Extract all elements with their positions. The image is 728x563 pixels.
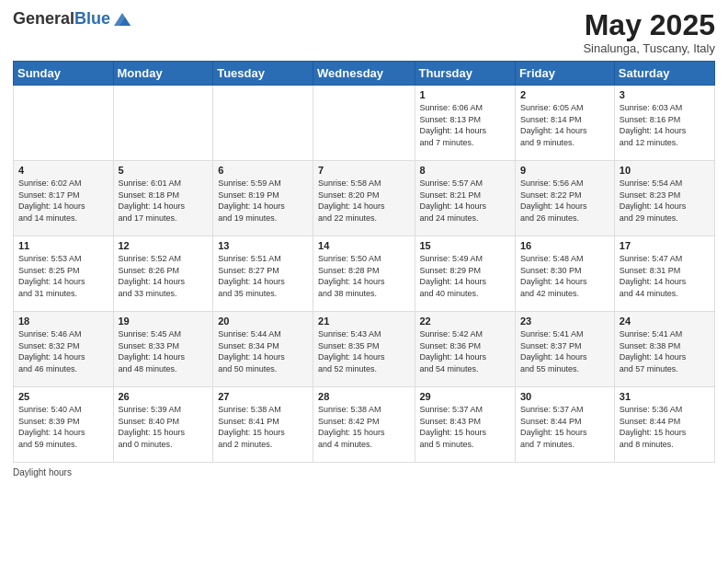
day-number: 18 — [18, 316, 108, 327]
day-info: Sunrise: 5:44 AM Sunset: 8:34 PM Dayligh… — [218, 328, 308, 374]
calendar-cell: 29Sunrise: 5:37 AM Sunset: 8:43 PM Dayli… — [415, 387, 515, 463]
calendar-cell: 6Sunrise: 5:59 AM Sunset: 8:19 PM Daylig… — [213, 161, 313, 236]
calendar-cell: 8Sunrise: 5:57 AM Sunset: 8:21 PM Daylig… — [415, 161, 515, 236]
day-number: 29 — [420, 391, 510, 402]
calendar-table: SundayMondayTuesdayWednesdayThursdayFrid… — [13, 61, 715, 463]
day-info: Sunrise: 6:06 AM Sunset: 8:13 PM Dayligh… — [420, 102, 510, 148]
calendar-cell: 16Sunrise: 5:48 AM Sunset: 8:30 PM Dayli… — [515, 236, 614, 312]
calendar-cell: 19Sunrise: 5:45 AM Sunset: 8:33 PM Dayli… — [113, 312, 213, 387]
day-number: 6 — [218, 165, 308, 176]
calendar-cell: 11Sunrise: 5:53 AM Sunset: 8:25 PM Dayli… — [14, 236, 114, 312]
logo-icon — [112, 9, 132, 29]
weekday-header-saturday: Saturday — [614, 62, 714, 86]
day-info: Sunrise: 5:47 AM Sunset: 8:31 PM Dayligh… — [620, 253, 710, 299]
day-info: Sunrise: 5:57 AM Sunset: 8:21 PM Dayligh… — [420, 178, 510, 224]
logo-blue-text: Blue — [74, 9, 110, 28]
weekday-header-sunday: Sunday — [14, 62, 114, 86]
calendar-cell: 14Sunrise: 5:50 AM Sunset: 8:28 PM Dayli… — [313, 236, 415, 312]
day-number: 15 — [420, 240, 510, 251]
day-info: Sunrise: 5:38 AM Sunset: 8:41 PM Dayligh… — [218, 404, 308, 450]
day-info: Sunrise: 5:51 AM Sunset: 8:27 PM Dayligh… — [218, 253, 308, 299]
day-info: Sunrise: 5:54 AM Sunset: 8:23 PM Dayligh… — [620, 178, 710, 224]
day-info: Sunrise: 5:56 AM Sunset: 8:22 PM Dayligh… — [520, 178, 609, 224]
day-info: Sunrise: 5:38 AM Sunset: 8:42 PM Dayligh… — [318, 404, 409, 450]
calendar-cell: 13Sunrise: 5:51 AM Sunset: 8:27 PM Dayli… — [213, 236, 313, 312]
daylight-label: Daylight hours — [13, 467, 72, 477]
day-info: Sunrise: 6:01 AM Sunset: 8:18 PM Dayligh… — [119, 178, 209, 224]
calendar-cell: 5Sunrise: 6:01 AM Sunset: 8:18 PM Daylig… — [113, 161, 213, 236]
day-number: 1 — [420, 89, 510, 100]
calendar-cell: 21Sunrise: 5:43 AM Sunset: 8:35 PM Dayli… — [313, 312, 415, 387]
weekday-header-friday: Friday — [515, 62, 614, 86]
calendar-cell: 17Sunrise: 5:47 AM Sunset: 8:31 PM Dayli… — [614, 236, 714, 312]
calendar-cell: 30Sunrise: 5:37 AM Sunset: 8:44 PM Dayli… — [515, 387, 614, 463]
day-number: 19 — [119, 316, 209, 327]
day-info: Sunrise: 6:05 AM Sunset: 8:14 PM Dayligh… — [520, 102, 609, 148]
subtitle: Sinalunga, Tuscany, Italy — [583, 41, 715, 55]
footer: Daylight hours — [13, 467, 715, 477]
day-number: 23 — [520, 316, 609, 327]
day-number: 22 — [420, 316, 510, 327]
calendar-cell: 1Sunrise: 6:06 AM Sunset: 8:13 PM Daylig… — [415, 86, 515, 161]
day-info: Sunrise: 5:53 AM Sunset: 8:25 PM Dayligh… — [18, 253, 108, 299]
weekday-header-monday: Monday — [113, 62, 213, 86]
day-info: Sunrise: 5:39 AM Sunset: 8:40 PM Dayligh… — [119, 404, 209, 450]
day-info: Sunrise: 5:59 AM Sunset: 8:19 PM Dayligh… — [218, 178, 308, 224]
day-number: 16 — [520, 240, 609, 251]
calendar-cell — [113, 86, 213, 161]
day-number: 31 — [620, 391, 710, 402]
month-title: May 2025 — [583, 9, 715, 41]
day-info: Sunrise: 6:02 AM Sunset: 8:17 PM Dayligh… — [18, 178, 108, 224]
title-area: May 2025 Sinalunga, Tuscany, Italy — [583, 9, 715, 55]
day-number: 9 — [520, 165, 609, 176]
calendar-cell: 25Sunrise: 5:40 AM Sunset: 8:39 PM Dayli… — [14, 387, 114, 463]
day-number: 21 — [318, 316, 409, 327]
day-info: Sunrise: 5:40 AM Sunset: 8:39 PM Dayligh… — [18, 404, 108, 450]
day-info: Sunrise: 5:49 AM Sunset: 8:29 PM Dayligh… — [420, 253, 510, 299]
week-row-3: 11Sunrise: 5:53 AM Sunset: 8:25 PM Dayli… — [14, 236, 715, 312]
calendar-cell: 7Sunrise: 5:58 AM Sunset: 8:20 PM Daylig… — [313, 161, 415, 236]
day-number: 28 — [318, 391, 409, 402]
day-info: Sunrise: 5:42 AM Sunset: 8:36 PM Dayligh… — [420, 328, 510, 374]
calendar-cell: 27Sunrise: 5:38 AM Sunset: 8:41 PM Dayli… — [213, 387, 313, 463]
day-info: Sunrise: 5:37 AM Sunset: 8:44 PM Dayligh… — [520, 404, 609, 450]
calendar-cell: 12Sunrise: 5:52 AM Sunset: 8:26 PM Dayli… — [113, 236, 213, 312]
week-row-1: 1Sunrise: 6:06 AM Sunset: 8:13 PM Daylig… — [14, 86, 715, 161]
day-info: Sunrise: 5:43 AM Sunset: 8:35 PM Dayligh… — [318, 328, 409, 374]
weekday-header-thursday: Thursday — [415, 62, 515, 86]
logo-general-text: General — [13, 9, 74, 28]
day-number: 26 — [119, 391, 209, 402]
calendar-cell: 10Sunrise: 5:54 AM Sunset: 8:23 PM Dayli… — [614, 161, 714, 236]
calendar-cell: 4Sunrise: 6:02 AM Sunset: 8:17 PM Daylig… — [14, 161, 114, 236]
calendar-cell: 23Sunrise: 5:41 AM Sunset: 8:37 PM Dayli… — [515, 312, 614, 387]
calendar-cell: 31Sunrise: 5:36 AM Sunset: 8:44 PM Dayli… — [614, 387, 714, 463]
day-info: Sunrise: 5:50 AM Sunset: 8:28 PM Dayligh… — [318, 253, 409, 299]
day-number: 3 — [620, 89, 710, 100]
day-number: 12 — [119, 240, 209, 251]
calendar-cell — [313, 86, 415, 161]
day-info: Sunrise: 5:46 AM Sunset: 8:32 PM Dayligh… — [18, 328, 108, 374]
day-number: 7 — [318, 165, 409, 176]
calendar-cell: 28Sunrise: 5:38 AM Sunset: 8:42 PM Dayli… — [313, 387, 415, 463]
calendar-cell — [14, 86, 114, 161]
calendar-cell: 9Sunrise: 5:56 AM Sunset: 8:22 PM Daylig… — [515, 161, 614, 236]
calendar-cell: 20Sunrise: 5:44 AM Sunset: 8:34 PM Dayli… — [213, 312, 313, 387]
day-info: Sunrise: 6:03 AM Sunset: 8:16 PM Dayligh… — [620, 102, 710, 148]
calendar-cell: 15Sunrise: 5:49 AM Sunset: 8:29 PM Dayli… — [415, 236, 515, 312]
week-row-2: 4Sunrise: 6:02 AM Sunset: 8:17 PM Daylig… — [14, 161, 715, 236]
day-info: Sunrise: 5:48 AM Sunset: 8:30 PM Dayligh… — [520, 253, 609, 299]
week-row-5: 25Sunrise: 5:40 AM Sunset: 8:39 PM Dayli… — [14, 387, 715, 463]
week-row-4: 18Sunrise: 5:46 AM Sunset: 8:32 PM Dayli… — [14, 312, 715, 387]
page-container: GeneralBlue May 2025 Sinalunga, Tuscany,… — [0, 0, 728, 487]
day-number: 4 — [18, 165, 108, 176]
day-number: 25 — [18, 391, 108, 402]
weekday-header-tuesday: Tuesday — [213, 62, 313, 86]
weekday-header-wednesday: Wednesday — [313, 62, 415, 86]
weekday-header-row: SundayMondayTuesdayWednesdayThursdayFrid… — [14, 62, 715, 86]
calendar-cell — [213, 86, 313, 161]
day-number: 27 — [218, 391, 308, 402]
calendar-cell: 18Sunrise: 5:46 AM Sunset: 8:32 PM Dayli… — [14, 312, 114, 387]
calendar-cell: 2Sunrise: 6:05 AM Sunset: 8:14 PM Daylig… — [515, 86, 614, 161]
day-number: 14 — [318, 240, 409, 251]
day-info: Sunrise: 5:36 AM Sunset: 8:44 PM Dayligh… — [620, 404, 710, 450]
